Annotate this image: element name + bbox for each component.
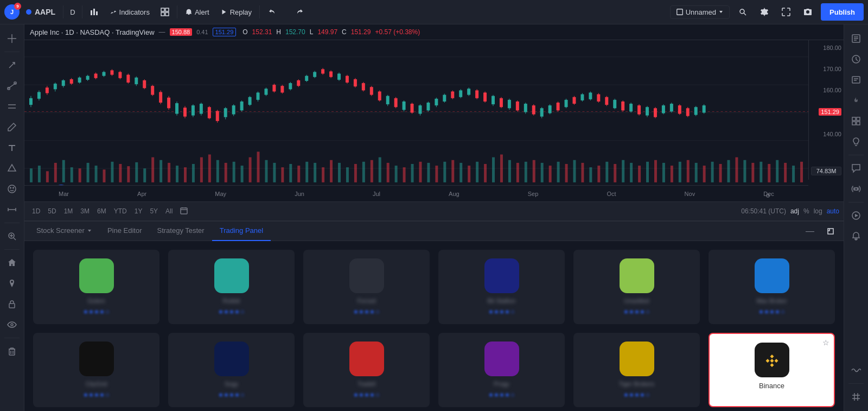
grid-icon-right[interactable]: [846, 387, 866, 407]
svg-rect-118: [687, 160, 690, 182]
time-5y[interactable]: 5Y: [146, 206, 161, 216]
app-card-5[interactable]: Max Broker ★★★★☆: [709, 250, 835, 324]
ohlc-l-val: 149.97: [317, 28, 337, 36]
home-tool[interactable]: [2, 253, 22, 273]
center-area: Apple Inc · 1D · NASDAQ · TradingView — …: [24, 24, 844, 411]
app-card-1[interactable]: Robbit ★★★★☆: [168, 250, 295, 324]
layout-button[interactable]: [156, 3, 174, 21]
svg-rect-142: [62, 80, 65, 86]
undo-button[interactable]: [263, 3, 280, 21]
svg-rect-168: [167, 98, 170, 109]
tab-strategy-tester[interactable]: Strategy Tester: [149, 222, 212, 241]
alert-button[interactable]: Alert: [181, 3, 214, 21]
tab-pine-editor[interactable]: Pine Editor: [100, 222, 150, 241]
clock-icon[interactable]: [846, 49, 866, 69]
time-1y[interactable]: 1Y: [131, 206, 146, 216]
tab-stock-screener[interactable]: Stock Screener: [29, 222, 100, 241]
app-card-10[interactable]: Tiger Brokers ★★★★☆: [573, 333, 700, 407]
time-6m[interactable]: 6M: [94, 206, 110, 216]
app-icon-10: [620, 342, 654, 376]
pin-tool[interactable]: [2, 274, 22, 293]
tab-trading-panel[interactable]: Trading Panel: [212, 222, 271, 241]
channel-tool[interactable]: [2, 97, 22, 116]
date-range-icon[interactable]: [177, 206, 191, 217]
geometry-tool[interactable]: [2, 159, 22, 178]
svg-rect-146: [78, 78, 81, 83]
chat-icon[interactable]: [846, 159, 866, 178]
minimize-panel-button[interactable]: —: [801, 223, 819, 240]
svg-rect-113: [646, 162, 649, 182]
svg-rect-112: [638, 166, 641, 182]
search-button[interactable]: [734, 3, 751, 21]
redo-button[interactable]: [283, 3, 300, 21]
svg-rect-99: [533, 160, 535, 182]
settings-icon-chart[interactable]: ⚙: [765, 193, 770, 199]
lightbulb-icon[interactable]: [846, 132, 866, 151]
favorite-star-icon[interactable]: ☆: [822, 338, 829, 347]
chart-canvas[interactable]: 📺 L E D E D E D: [24, 40, 844, 201]
app-card-9[interactable]: Progy ★★★★☆: [438, 333, 565, 407]
indicators-button[interactable]: Indicators: [105, 3, 154, 21]
maximize-panel-button[interactable]: [822, 223, 839, 240]
auto-label[interactable]: auto: [827, 207, 839, 215]
broadcast-icon[interactable]: [846, 179, 866, 199]
crosshair-tool[interactable]: [2, 29, 22, 48]
watchlist-icon[interactable]: [846, 29, 866, 48]
app-card-3[interactable]: Bit Stallion ★★★★☆: [438, 250, 565, 324]
time-5d[interactable]: 5D: [44, 206, 59, 216]
time-3m[interactable]: 3M: [77, 206, 93, 216]
arrow-tool[interactable]: [2, 55, 22, 75]
wave-icon[interactable]: [846, 361, 866, 380]
publish-button[interactable]: Publish: [821, 3, 864, 21]
price-change: +0.57 (+0.38%): [375, 28, 420, 36]
svg-rect-48: [119, 164, 122, 182]
unnamed-button[interactable]: Unnamed: [670, 5, 730, 19]
line-tool[interactable]: [2, 76, 22, 96]
svg-rect-30: [9, 349, 15, 355]
app-card-6[interactable]: CityGrid ★★★★☆: [33, 333, 159, 407]
time-1d[interactable]: 1D: [29, 206, 43, 216]
time-all[interactable]: All: [162, 206, 176, 216]
user-avatar[interactable]: J 9: [4, 4, 20, 20]
apps-icon[interactable]: [846, 111, 866, 131]
news-icon[interactable]: [846, 70, 866, 90]
zoom-tool[interactable]: [2, 226, 22, 246]
bar-chart-icon[interactable]: [86, 3, 103, 21]
svg-point-19: [10, 187, 11, 188]
time-1m[interactable]: 1M: [61, 206, 76, 216]
ohlc-h-label: H: [276, 28, 281, 36]
screenshot-button[interactable]: [799, 3, 816, 21]
eye-tool[interactable]: [2, 315, 22, 334]
emoji-tool[interactable]: [2, 179, 22, 199]
svg-rect-158: [126, 75, 130, 83]
svg-point-29: [11, 324, 13, 326]
percent-label: %: [803, 207, 809, 215]
lock-tool[interactable]: [2, 294, 22, 314]
app-card-7[interactable]: Sogy ★★★★☆: [168, 333, 295, 407]
svg-rect-129: [776, 160, 778, 182]
app-card-2[interactable]: Forced ★★★★☆: [303, 250, 430, 324]
bell-icon[interactable]: [846, 226, 866, 246]
brush-tool[interactable]: [2, 117, 22, 137]
svg-rect-120: [703, 166, 706, 182]
app-card-4[interactable]: Unsettled ★★★★☆: [573, 250, 700, 324]
interval-selector[interactable]: D: [67, 3, 78, 21]
settings-button[interactable]: [756, 3, 773, 21]
divider: [177, 5, 177, 18]
app-card-binance[interactable]: ☆ Binance: [709, 333, 835, 407]
fullscreen-button[interactable]: [777, 3, 795, 21]
last-price-badge: 150.88: [170, 28, 193, 36]
play-icon[interactable]: [846, 206, 866, 225]
replay-button[interactable]: Replay: [216, 3, 256, 21]
symbol-selector[interactable]: AAPL: [22, 3, 60, 21]
app-card-8[interactable]: Tradell ★★★★☆: [303, 333, 430, 407]
svg-rect-39: [46, 171, 49, 182]
measure-tool[interactable]: [2, 200, 22, 219]
sidebar-divider-right: [848, 383, 864, 384]
fire-icon[interactable]: [846, 91, 866, 110]
app-card-0[interactable]: Golem ★★★★☆: [33, 250, 159, 324]
utc-time: 06:50:41 (UTC): [741, 207, 786, 215]
text-tool[interactable]: [2, 138, 22, 157]
time-ytd[interactable]: YTD: [111, 206, 130, 216]
trash-tool[interactable]: [2, 342, 22, 361]
